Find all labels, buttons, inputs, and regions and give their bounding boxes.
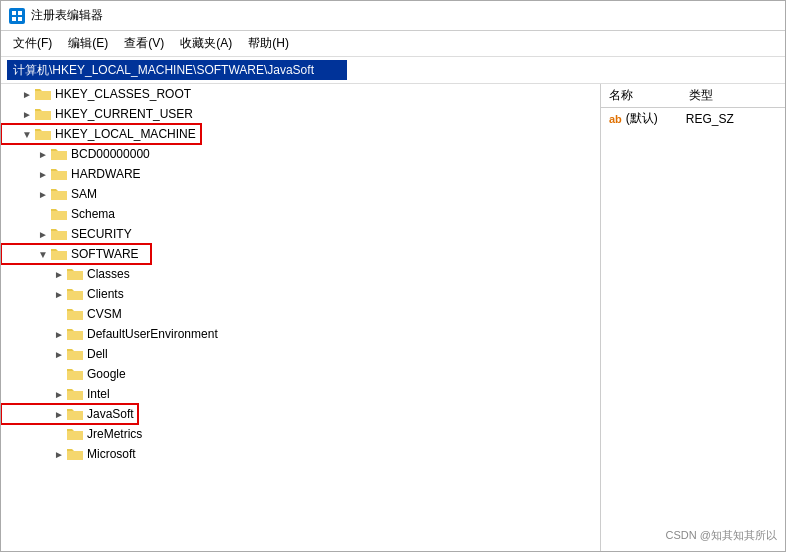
tree-item-cvsm[interactable]: ► CVSM — [1, 304, 600, 324]
chevron-icon: ► — [37, 168, 49, 180]
folder-icon — [67, 387, 83, 401]
svg-rect-1 — [18, 11, 22, 15]
folder-icon — [51, 247, 67, 261]
chevron-icon: ► — [53, 308, 65, 320]
menu-help[interactable]: 帮助(H) — [240, 33, 297, 54]
watermark: CSDN @知其知其所以 — [666, 528, 777, 543]
folder-icon — [51, 227, 67, 241]
tree-item-hkey-local-machine[interactable]: ▼ HKEY_LOCAL_MACHINE — [1, 124, 201, 144]
value-row-type: REG_SZ — [686, 112, 734, 126]
tree-label: JreMetrics — [87, 427, 142, 441]
tree-panel[interactable]: ► HKEY_CLASSES_ROOT ► HKEY_CURRENT_USER … — [1, 84, 601, 551]
menu-favorites[interactable]: 收藏夹(A) — [172, 33, 240, 54]
tree-label: HKEY_CURRENT_USER — [55, 107, 193, 121]
tree-item-google[interactable]: ► Google — [1, 364, 600, 384]
value-row-default: ab (默认) REG_SZ — [601, 108, 785, 129]
address-input[interactable] — [7, 60, 347, 80]
value-panel: 名称 类型 ab (默认) REG_SZ CSDN @知其知其所以 — [601, 84, 785, 551]
tree-item-hardware[interactable]: ► HARDWARE — [1, 164, 600, 184]
tree-item-intel[interactable]: ► Intel — [1, 384, 600, 404]
chevron-icon: ► — [53, 328, 65, 340]
value-panel-header: 名称 类型 — [601, 84, 785, 108]
folder-icon — [67, 347, 83, 361]
folder-icon — [67, 267, 83, 281]
chevron-icon: ► — [53, 348, 65, 360]
tree-label: HKEY_LOCAL_MACHINE — [55, 127, 196, 141]
tree-item-defaultuserenvironment[interactable]: ► DefaultUserEnvironment — [1, 324, 600, 344]
tree-item-javasoft[interactable]: ► JavaSoft — [1, 404, 138, 424]
header-name: 名称 — [609, 87, 669, 104]
folder-icon — [67, 447, 83, 461]
folder-icon — [67, 307, 83, 321]
chevron-icon: ► — [53, 288, 65, 300]
tree-label: SOFTWARE — [71, 247, 139, 261]
chevron-icon: ► — [37, 148, 49, 160]
tree-label: SECURITY — [71, 227, 132, 241]
tree-item-schema[interactable]: ► Schema — [1, 204, 600, 224]
tree-label: Google — [87, 367, 126, 381]
folder-icon — [51, 207, 67, 221]
folder-icon — [67, 327, 83, 341]
main-content: ► HKEY_CLASSES_ROOT ► HKEY_CURRENT_USER … — [1, 84, 785, 551]
value-type-icon: ab — [609, 113, 622, 125]
tree-label: DefaultUserEnvironment — [87, 327, 218, 341]
tree-label: HARDWARE — [71, 167, 141, 181]
chevron-icon: ► — [53, 408, 65, 420]
header-type: 类型 — [689, 87, 713, 104]
tree-item-jremetrics[interactable]: ► JreMetrics — [1, 424, 600, 444]
tree-item-bcd00000000[interactable]: ► BCD00000000 — [1, 144, 600, 164]
tree-label: JavaSoft — [87, 407, 134, 421]
tree-item-microsoft[interactable]: ► Microsoft — [1, 444, 600, 464]
folder-icon — [35, 127, 51, 141]
menu-view[interactable]: 查看(V) — [116, 33, 172, 54]
tree-label: Schema — [71, 207, 115, 221]
folder-icon — [35, 107, 51, 121]
tree-item-security[interactable]: ► SECURITY — [1, 224, 600, 244]
registry-editor-window: 注册表编辑器 文件(F) 编辑(E) 查看(V) 收藏夹(A) 帮助(H) ► … — [0, 0, 786, 552]
folder-icon — [67, 407, 83, 421]
tree-item-clients[interactable]: ► Clients — [1, 284, 600, 304]
chevron-icon: ► — [53, 448, 65, 460]
tree-item-hkey-classes-root[interactable]: ► HKEY_CLASSES_ROOT — [1, 84, 600, 104]
tree-label: Dell — [87, 347, 108, 361]
folder-icon — [51, 167, 67, 181]
folder-icon — [67, 287, 83, 301]
chevron-icon: ► — [21, 88, 33, 100]
value-row-name: (默认) — [626, 110, 686, 127]
tree-label: CVSM — [87, 307, 122, 321]
app-icon — [9, 8, 25, 24]
svg-rect-2 — [12, 17, 16, 21]
tree-label: HKEY_CLASSES_ROOT — [55, 87, 191, 101]
svg-rect-0 — [12, 11, 16, 15]
tree-item-classes[interactable]: ► Classes — [1, 264, 600, 284]
tree-label: Microsoft — [87, 447, 136, 461]
tree-label: Classes — [87, 267, 130, 281]
chevron-icon: ► — [53, 428, 65, 440]
title-bar: 注册表编辑器 — [1, 1, 785, 31]
tree-item-dell[interactable]: ► Dell — [1, 344, 600, 364]
tree-item-software[interactable]: ▼ SOFTWARE — [1, 244, 151, 264]
folder-icon — [67, 367, 83, 381]
menu-file[interactable]: 文件(F) — [5, 33, 60, 54]
address-bar — [1, 57, 785, 84]
chevron-icon: ► — [53, 388, 65, 400]
chevron-icon: ► — [37, 188, 49, 200]
chevron-icon: ► — [37, 228, 49, 240]
tree-label: BCD00000000 — [71, 147, 150, 161]
folder-icon — [51, 187, 67, 201]
chevron-icon: ▼ — [21, 128, 33, 140]
window-title: 注册表编辑器 — [31, 7, 103, 24]
menu-edit[interactable]: 编辑(E) — [60, 33, 116, 54]
tree-label: SAM — [71, 187, 97, 201]
tree-label: Intel — [87, 387, 110, 401]
chevron-icon: ► — [37, 208, 49, 220]
tree-item-hkey-current-user[interactable]: ► HKEY_CURRENT_USER — [1, 104, 600, 124]
folder-icon — [51, 147, 67, 161]
svg-rect-3 — [18, 17, 22, 21]
chevron-icon: ► — [53, 368, 65, 380]
menu-bar: 文件(F) 编辑(E) 查看(V) 收藏夹(A) 帮助(H) — [1, 31, 785, 57]
tree-item-sam[interactable]: ► SAM — [1, 184, 600, 204]
chevron-icon: ► — [53, 268, 65, 280]
folder-icon — [35, 87, 51, 101]
folder-icon — [67, 427, 83, 441]
